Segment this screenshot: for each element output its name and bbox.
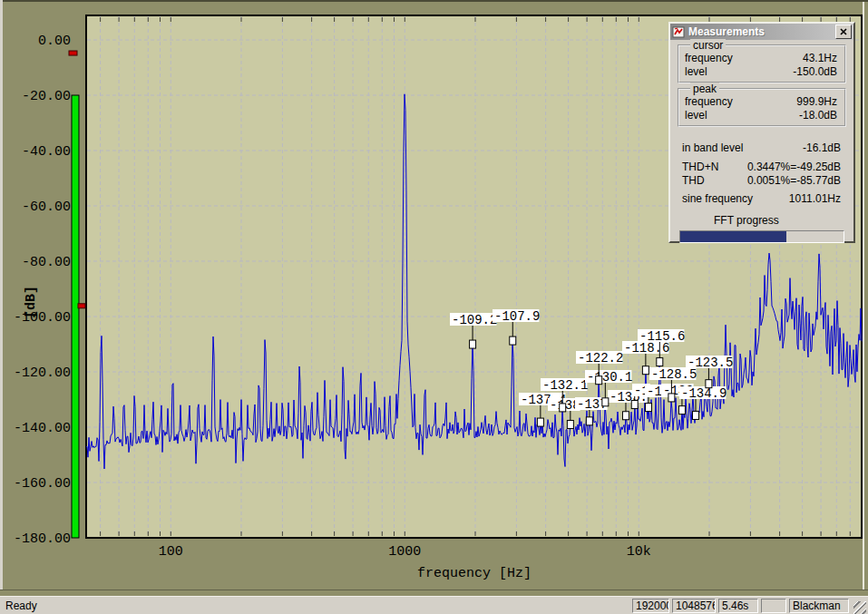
peak-label-text: -130.1 <box>587 370 632 385</box>
peak-level-value: -18.0dB <box>799 109 837 122</box>
in-band-level-label: in band level <box>682 141 743 155</box>
y-tick-label: -20.00 <box>22 89 71 104</box>
peak-label-text: -123.5 <box>688 356 733 370</box>
y-axis-title: [dB] <box>24 286 39 318</box>
close-icon <box>840 28 847 35</box>
thdn-value: 0.3447%=-49.25dB <box>747 161 841 174</box>
level-meter <box>69 51 85 538</box>
measurements-titlebar[interactable]: Measurements <box>670 24 853 40</box>
peak-marker <box>596 376 602 385</box>
cursor-group: cursor frequency 43.1Hz level -150.0dB <box>678 44 846 83</box>
in-band-level-value: -16.1dB <box>803 141 841 155</box>
peak-hold-mark-mid <box>78 304 85 308</box>
sine-frequency-label: sine frequency <box>682 192 753 206</box>
peak-frequency-label: frequency <box>685 95 733 109</box>
y-tick-label: -180.00 <box>14 531 71 547</box>
y-tick-label: -40.00 <box>22 144 71 160</box>
measurements-window: Measurements cursor frequency 43.1Hz lev… <box>668 22 855 243</box>
measurements-icon <box>672 25 686 38</box>
status-window-panel: Blackman <box>789 599 849 613</box>
status-duration-panel: 5.46s <box>718 599 758 613</box>
cursor-frequency-value: 43.1Hz <box>803 52 837 65</box>
thdn-row: THD+N 0.3447%=-49.25dB <box>670 161 853 174</box>
fft-progress-bar <box>679 230 844 243</box>
y-tick-label: -120.00 <box>14 365 71 381</box>
peak-marker <box>537 418 543 426</box>
peak-marker <box>470 340 476 348</box>
peak-label-text: -122.2 <box>578 351 623 365</box>
peak-frequency-row: frequency 999.9Hz <box>683 95 841 109</box>
sine-frequency-row: sine frequency 1011.01Hz <box>670 192 853 206</box>
close-button[interactable] <box>835 24 852 39</box>
level-meter-bar <box>72 95 79 538</box>
peak-marker <box>678 406 685 414</box>
peak-frequency-value: 999.9Hz <box>796 95 837 109</box>
y-tick-label: -140.00 <box>14 421 71 436</box>
peak-marker <box>706 380 712 388</box>
resize-grip[interactable] <box>853 601 866 614</box>
peak-label-text: -132.1 <box>542 378 588 393</box>
thdn-label: THD+N <box>682 161 718 174</box>
in-band-level-row: in band level -16.1dB <box>670 141 853 155</box>
status-empty-panel <box>761 599 786 613</box>
y-tick-label: -160.00 <box>14 476 71 492</box>
peak-level-label: level <box>685 109 707 122</box>
fft-progress-fill <box>680 231 786 242</box>
peak-marker <box>645 404 651 412</box>
peak-marker <box>657 358 663 366</box>
peak-label-text: -115.6 <box>639 329 685 344</box>
x-tick-label: 10k <box>627 544 651 560</box>
x-axis-title: frequency [Hz] <box>417 566 532 581</box>
cursor-level-label: level <box>685 65 707 79</box>
thd-row: THD 0.0051%=-85.77dB <box>670 174 853 188</box>
peak-level-row: level -18.0dB <box>683 109 841 122</box>
thd-value: 0.0051%=-85.77dB <box>747 174 841 188</box>
status-ready-text: Ready <box>0 599 37 612</box>
cursor-group-legend: cursor <box>690 39 726 52</box>
peak-marker <box>631 401 638 409</box>
analyzer-main-window: 0.00-20.00-40.00-60.00-80.00-100.00-120.… <box>0 0 868 614</box>
peak-marker <box>693 411 699 419</box>
cursor-level-value: -150.0dB <box>793 65 837 79</box>
y-tick-label: -80.00 <box>22 255 71 270</box>
sine-frequency-value: 1011.01Hz <box>789 192 841 206</box>
y-tick-label: -100.00 <box>14 310 71 326</box>
peak-marker <box>586 417 592 425</box>
fft-progress-label: FFT progress <box>670 214 853 227</box>
peak-label-text: -134.9 <box>681 386 727 401</box>
y-tick-label: -60.00 <box>22 200 71 215</box>
y-tick-label: 0.00 <box>38 34 71 49</box>
thd-label: THD <box>682 174 705 188</box>
window-left-edge <box>0 0 3 614</box>
cursor-frequency-label: frequency <box>685 52 733 65</box>
peak-marker <box>622 412 629 420</box>
x-tick-label: 100 <box>159 544 183 560</box>
measurements-title: Measurements <box>688 25 835 38</box>
peak-marker <box>567 421 573 429</box>
peak-group-legend: peak <box>690 83 719 95</box>
peak-group: peak frequency 999.9Hz level -18.0dB <box>678 88 846 127</box>
cursor-level-row: level -150.0dB <box>683 65 841 79</box>
peak-marker <box>642 366 649 375</box>
peak-marker <box>668 394 675 402</box>
window-right-highlight <box>863 2 864 590</box>
x-tick-label: 1000 <box>388 544 421 560</box>
peak-hold-mark-top <box>69 51 77 55</box>
peak-marker <box>510 336 516 345</box>
status-bar: Ready 192000 1048576 5.46s Blackman <box>0 596 868 614</box>
cursor-frequency-row: frequency 43.1Hz <box>683 52 841 65</box>
peak-marker <box>602 398 609 406</box>
peak-label-text: -109.2 <box>452 313 497 327</box>
status-samplerate-panel: 192000 <box>632 599 669 613</box>
status-fftsize-panel: 1048576 <box>672 599 716 613</box>
peak-label-text: -107.9 <box>494 309 540 324</box>
peak-marker <box>560 404 566 412</box>
